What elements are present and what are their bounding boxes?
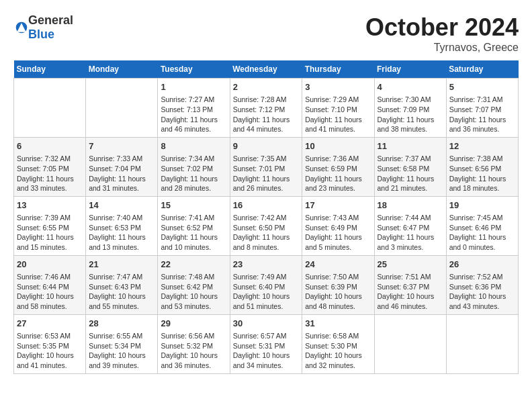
day-number: 30 [233, 318, 300, 330]
day-info: Sunrise: 7:41 AM Sunset: 6:52 PM Dayligh… [161, 213, 226, 253]
day-number: 29 [161, 318, 226, 330]
weekday-monday: Monday [86, 60, 158, 79]
day-number: 20 [17, 259, 83, 271]
calendar-cell: 6Sunrise: 7:32 AM Sunset: 7:05 PM Daylig… [14, 137, 86, 196]
month-year: October 2024 [365, 13, 519, 42]
week-row-5: 27Sunrise: 6:53 AM Sunset: 5:35 PM Dayli… [14, 314, 519, 373]
day-number: 2 [233, 81, 300, 93]
day-info: Sunrise: 6:55 AM Sunset: 5:34 PM Dayligh… [89, 331, 154, 371]
calendar-cell [86, 79, 158, 138]
day-number: 1 [161, 81, 226, 93]
day-info: Sunrise: 7:43 AM Sunset: 6:49 PM Dayligh… [305, 213, 371, 253]
day-number: 6 [17, 140, 83, 152]
day-number: 3 [305, 81, 371, 93]
calendar-cell: 20Sunrise: 7:46 AM Sunset: 6:44 PM Dayli… [14, 255, 86, 314]
day-info: Sunrise: 7:31 AM Sunset: 7:07 PM Dayligh… [449, 95, 515, 134]
calendar-cell: 19Sunrise: 7:45 AM Sunset: 6:46 PM Dayli… [446, 196, 518, 255]
calendar-cell: 2Sunrise: 7:28 AM Sunset: 7:12 PM Daylig… [230, 79, 302, 138]
day-number: 23 [233, 259, 300, 271]
day-number: 22 [161, 259, 226, 271]
page-header: General Blue October 2024 Tyrnavos, Gree… [13, 13, 519, 54]
weekday-saturday: Saturday [446, 60, 518, 79]
day-number: 25 [378, 259, 443, 271]
day-number: 15 [161, 199, 226, 212]
day-number: 14 [89, 199, 154, 212]
calendar-cell: 11Sunrise: 7:37 AM Sunset: 6:58 PM Dayli… [374, 137, 446, 196]
logo-general-text: General [28, 13, 73, 27]
day-info: Sunrise: 6:57 AM Sunset: 5:31 PM Dayligh… [233, 331, 300, 371]
calendar-cell: 15Sunrise: 7:41 AM Sunset: 6:52 PM Dayli… [158, 196, 230, 255]
day-info: Sunrise: 7:29 AM Sunset: 7:10 PM Dayligh… [305, 95, 371, 134]
day-info: Sunrise: 7:50 AM Sunset: 6:39 PM Dayligh… [305, 272, 371, 312]
day-info: Sunrise: 6:56 AM Sunset: 5:32 PM Dayligh… [161, 331, 226, 371]
day-info: Sunrise: 6:58 AM Sunset: 5:30 PM Dayligh… [305, 331, 371, 371]
weekday-wednesday: Wednesday [230, 60, 302, 79]
weekday-header-row: SundayMondayTuesdayWednesdayThursdayFrid… [14, 60, 519, 79]
day-info: Sunrise: 7:30 AM Sunset: 7:09 PM Dayligh… [378, 95, 443, 134]
weekday-friday: Friday [374, 60, 446, 79]
calendar-cell: 14Sunrise: 7:40 AM Sunset: 6:53 PM Dayli… [86, 196, 158, 255]
day-info: Sunrise: 7:45 AM Sunset: 6:46 PM Dayligh… [449, 213, 515, 253]
day-info: Sunrise: 7:48 AM Sunset: 6:42 PM Dayligh… [161, 272, 226, 312]
week-row-3: 13Sunrise: 7:39 AM Sunset: 6:55 PM Dayli… [14, 196, 519, 255]
calendar-cell: 26Sunrise: 7:52 AM Sunset: 6:36 PM Dayli… [446, 255, 518, 314]
day-info: Sunrise: 7:42 AM Sunset: 6:50 PM Dayligh… [233, 213, 300, 253]
day-number: 16 [233, 199, 300, 212]
logo: General Blue [13, 13, 73, 42]
calendar-cell: 17Sunrise: 7:43 AM Sunset: 6:49 PM Dayli… [302, 196, 374, 255]
logo-icon [15, 21, 28, 34]
day-info: Sunrise: 7:46 AM Sunset: 6:44 PM Dayligh… [17, 272, 83, 312]
calendar-cell: 28Sunrise: 6:55 AM Sunset: 5:34 PM Dayli… [86, 314, 158, 373]
day-number: 27 [17, 318, 83, 330]
day-info: Sunrise: 7:49 AM Sunset: 6:40 PM Dayligh… [233, 272, 300, 312]
day-number: 8 [161, 140, 226, 152]
day-info: Sunrise: 7:27 AM Sunset: 7:13 PM Dayligh… [161, 95, 226, 134]
calendar-cell: 30Sunrise: 6:57 AM Sunset: 5:31 PM Dayli… [230, 314, 302, 373]
calendar-cell [14, 79, 86, 138]
day-number: 5 [449, 81, 515, 93]
week-row-4: 20Sunrise: 7:46 AM Sunset: 6:44 PM Dayli… [14, 255, 519, 314]
calendar-cell: 27Sunrise: 6:53 AM Sunset: 5:35 PM Dayli… [14, 314, 86, 373]
calendar-table: SundayMondayTuesdayWednesdayThursdayFrid… [13, 60, 519, 374]
day-info: Sunrise: 7:40 AM Sunset: 6:53 PM Dayligh… [89, 213, 154, 253]
calendar-cell: 31Sunrise: 6:58 AM Sunset: 5:30 PM Dayli… [302, 314, 374, 373]
calendar-cell [374, 314, 446, 373]
day-number: 21 [89, 259, 154, 271]
day-info: Sunrise: 7:44 AM Sunset: 6:47 PM Dayligh… [378, 213, 443, 253]
day-number: 24 [305, 259, 371, 271]
day-number: 18 [378, 199, 443, 212]
day-info: Sunrise: 7:34 AM Sunset: 7:02 PM Dayligh… [161, 154, 226, 193]
day-number: 9 [233, 140, 300, 152]
day-info: Sunrise: 7:38 AM Sunset: 6:56 PM Dayligh… [449, 154, 515, 193]
day-info: Sunrise: 7:32 AM Sunset: 7:05 PM Dayligh… [17, 154, 83, 193]
day-number: 4 [378, 81, 443, 93]
day-number: 10 [305, 140, 371, 152]
week-row-1: 1Sunrise: 7:27 AM Sunset: 7:13 PM Daylig… [14, 79, 519, 138]
calendar-cell: 29Sunrise: 6:56 AM Sunset: 5:32 PM Dayli… [158, 314, 230, 373]
calendar-cell: 24Sunrise: 7:50 AM Sunset: 6:39 PM Dayli… [302, 255, 374, 314]
day-number: 12 [449, 140, 515, 152]
day-info: Sunrise: 7:47 AM Sunset: 6:43 PM Dayligh… [89, 272, 154, 312]
calendar-cell: 5Sunrise: 7:31 AM Sunset: 7:07 PM Daylig… [446, 79, 518, 138]
weekday-thursday: Thursday [302, 60, 374, 79]
calendar-cell: 16Sunrise: 7:42 AM Sunset: 6:50 PM Dayli… [230, 196, 302, 255]
day-number: 31 [305, 318, 371, 330]
calendar-cell: 9Sunrise: 7:35 AM Sunset: 7:01 PM Daylig… [230, 137, 302, 196]
calendar-cell: 18Sunrise: 7:44 AM Sunset: 6:47 PM Dayli… [374, 196, 446, 255]
day-number: 26 [449, 259, 515, 271]
calendar-cell: 23Sunrise: 7:49 AM Sunset: 6:40 PM Dayli… [230, 255, 302, 314]
calendar-body: 1Sunrise: 7:27 AM Sunset: 7:13 PM Daylig… [14, 79, 519, 374]
day-info: Sunrise: 7:33 AM Sunset: 7:04 PM Dayligh… [89, 154, 154, 193]
day-info: Sunrise: 7:28 AM Sunset: 7:12 PM Dayligh… [233, 95, 300, 134]
day-number: 11 [378, 140, 443, 152]
day-info: Sunrise: 7:36 AM Sunset: 6:59 PM Dayligh… [305, 154, 371, 193]
day-info: Sunrise: 7:35 AM Sunset: 7:01 PM Dayligh… [233, 154, 300, 193]
week-row-2: 6Sunrise: 7:32 AM Sunset: 7:05 PM Daylig… [14, 137, 519, 196]
calendar-cell: 22Sunrise: 7:48 AM Sunset: 6:42 PM Dayli… [158, 255, 230, 314]
day-info: Sunrise: 7:52 AM Sunset: 6:36 PM Dayligh… [449, 272, 515, 312]
day-number: 7 [89, 140, 154, 152]
calendar-cell: 25Sunrise: 7:51 AM Sunset: 6:37 PM Dayli… [374, 255, 446, 314]
day-number: 28 [89, 318, 154, 330]
day-number: 13 [17, 199, 83, 212]
calendar-cell: 10Sunrise: 7:36 AM Sunset: 6:59 PM Dayli… [302, 137, 374, 196]
